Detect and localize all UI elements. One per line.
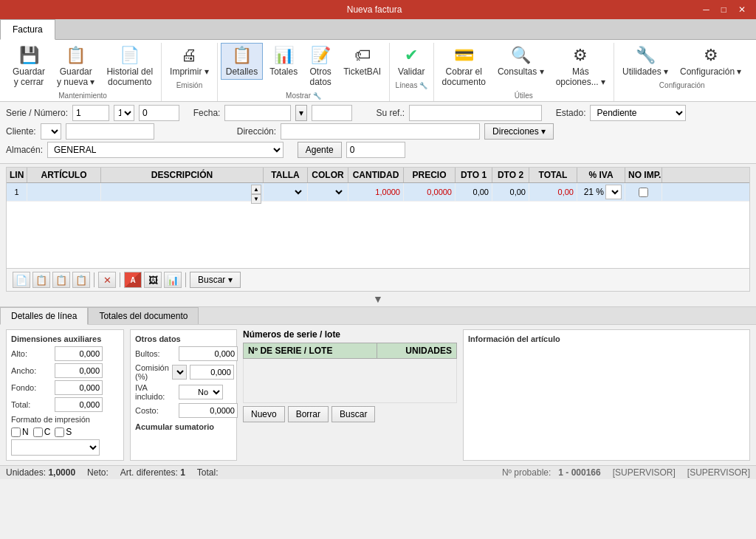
series-col1-header: Nº DE SERIE / LOTE <box>244 343 377 359</box>
noimp-checkbox[interactable] <box>639 188 648 197</box>
suref-input[interactable] <box>409 105 542 121</box>
articulo-input[interactable] <box>30 188 100 196</box>
estado-select[interactable]: Pendiente <box>590 105 686 121</box>
ancho-input[interactable] <box>55 363 103 378</box>
series-borrar-button[interactable]: Borrar <box>288 406 329 422</box>
maximize-button[interactable]: □ <box>717 3 731 16</box>
title-bar: Nueva factura ─ □ ✕ <box>0 0 756 19</box>
agente-input[interactable] <box>346 142 405 158</box>
header-noimp: NO IMP. <box>625 168 662 182</box>
fecha-input[interactable] <box>224 105 291 121</box>
cell-dto2: 0,00 <box>492 183 529 201</box>
series-buscar-button[interactable]: Buscar <box>331 406 375 422</box>
consultas-button[interactable]: 🔍 Consultas ▾ <box>492 43 549 80</box>
buscar-label: Buscar <box>198 275 225 285</box>
guardar-cerrar-button[interactable]: 💾 Guardary cerrar <box>7 43 50 90</box>
series-buttons: Nuevo Borrar Buscar <box>243 406 457 422</box>
tab-totales-documento[interactable]: Totales del documento <box>88 307 199 324</box>
cell-noimp[interactable] <box>625 183 662 201</box>
serie-dropdown[interactable]: 1 <box>114 105 134 121</box>
otros-datos-button[interactable]: 📝 Otrosdatos <box>304 43 337 90</box>
delete-line-icon[interactable]: ✕ <box>98 272 116 288</box>
costo-input[interactable] <box>179 403 238 418</box>
imprimir-button[interactable]: 🖨 Imprimir ▾ <box>165 43 214 80</box>
total-dim-input[interactable] <box>55 397 103 412</box>
iva-select[interactable]: ▾ <box>605 185 622 199</box>
chart-icon[interactable]: 📊 <box>164 272 182 288</box>
desc-up-button[interactable]: ▲ <box>251 185 261 194</box>
cell-talla[interactable] <box>264 183 308 201</box>
direccion-input[interactable] <box>281 123 480 140</box>
cell-lin: 1 <box>7 183 27 201</box>
tab-factura[interactable]: Factura <box>0 19 55 40</box>
probable-label: Nº probable: <box>502 467 551 478</box>
minimize-button[interactable]: ─ <box>698 3 714 16</box>
info-articulo-title: Información del artículo <box>468 334 745 343</box>
serie-input[interactable] <box>72 105 109 121</box>
agente-button[interactable]: Agente <box>298 142 342 158</box>
cell-articulo[interactable] <box>27 183 101 201</box>
dimensiones-section: Dimensiones auxiliares Alto: Ancho: Fond… <box>6 329 124 461</box>
bultos-row: Bultos: <box>135 346 232 361</box>
cell-descripcion[interactable]: ▲ ▼ <box>101 183 264 201</box>
validar-button[interactable]: ✔ Validar <box>393 43 430 80</box>
desc-down-button[interactable]: ▼ <box>251 194 261 204</box>
mas-opciones-button[interactable]: ⚙ Másopciones... ▾ <box>551 43 611 90</box>
totales-button[interactable]: 📊 Totales <box>264 43 303 80</box>
cliente-input[interactable] <box>66 123 154 140</box>
form-area: Serie / Número: 1 Fecha: ▾ Su ref.: Esta… <box>0 102 756 164</box>
status-right: Nº probable: 1 - 000166 [SUPERVISOR] [SU… <box>502 467 750 478</box>
fecha-alt-input[interactable] <box>312 105 352 121</box>
formato-select[interactable] <box>11 439 100 456</box>
ticketbai-button[interactable]: 🏷 TicketBAI <box>338 43 386 80</box>
close-button[interactable]: ✕ <box>734 3 750 16</box>
table-row[interactable]: 1 ▲ ▼ 1,0000 0,0000 0,00 0,00 0,00 21 % … <box>7 183 749 202</box>
copy-line-icon[interactable]: 📋 <box>32 272 50 288</box>
cell-color[interactable] <box>308 183 348 201</box>
header-lin: LIN <box>7 168 27 182</box>
almacen-select[interactable]: GENERAL <box>47 142 284 158</box>
image-icon[interactable]: 🖼 <box>144 272 162 288</box>
estado-label: Estado: <box>556 108 586 118</box>
utilidades-button[interactable]: 🔧 Utilidades ▾ <box>617 43 673 80</box>
direcciones-button[interactable]: Direcciones ▾ <box>484 123 554 140</box>
cliente-type-select[interactable] <box>41 123 61 140</box>
fondo-input[interactable] <box>55 380 103 395</box>
comision-input[interactable] <box>190 365 234 380</box>
alto-input[interactable] <box>55 346 103 361</box>
comision-type-select[interactable]: ▾ <box>172 365 187 380</box>
series-nuevo-button[interactable]: Nuevo <box>243 406 285 422</box>
color-select[interactable] <box>311 188 345 197</box>
neto-label: Neto: <box>87 467 109 478</box>
format-n-checkbox[interactable] <box>11 428 21 437</box>
iva-incluido-row: IVA incluido: No Sí <box>135 383 232 401</box>
format-s-checkbox[interactable] <box>55 428 64 437</box>
numero-input[interactable] <box>139 105 179 121</box>
tab-detalles-linea[interactable]: Detalles de línea <box>0 307 88 325</box>
paste-line-icon[interactable]: 📋 <box>52 272 70 288</box>
guardar-cerrar-label: Guardary cerrar <box>13 66 45 87</box>
ribbon-group-mantenimiento: 💾 Guardary cerrar 📋 Guardary nueva ▾ 📄 H… <box>4 43 162 101</box>
expand-arrow[interactable]: ▼ <box>0 292 756 306</box>
buscar-button[interactable]: Buscar ▾ <box>190 272 241 288</box>
guardar-nueva-button[interactable]: 📋 Guardary nueva ▾ <box>52 43 100 90</box>
iva-incluido-select[interactable]: No Sí <box>179 385 223 399</box>
cobrar-button[interactable]: 💳 Cobrar eldocumento <box>437 43 491 90</box>
header-iva: % IVA <box>577 168 625 182</box>
configuracion-button[interactable]: ⚙ Configuración ▾ <box>675 43 746 80</box>
utilidades-label: Utilidades ▾ <box>622 66 668 77</box>
header-descripcion: DESCRIPCIÓN <box>101 168 264 182</box>
bultos-input[interactable] <box>179 346 238 361</box>
duplicate-line-icon[interactable]: 📋 <box>72 272 90 288</box>
detalles-button[interactable]: 📋 Detalles <box>221 43 263 80</box>
color1-icon[interactable]: A <box>124 272 142 288</box>
consultas-icon: 🔍 <box>511 46 531 65</box>
cell-iva[interactable]: 21 % ▾ <box>577 183 625 201</box>
format-c-checkbox[interactable] <box>33 428 43 437</box>
fecha-picker-button[interactable]: ▾ <box>295 105 307 121</box>
ancho-row: Ancho: <box>11 363 119 378</box>
descripcion-input[interactable] <box>104 188 252 196</box>
new-line-icon[interactable]: 📄 <box>13 272 30 288</box>
talla-select[interactable] <box>267 188 304 197</box>
historial-button[interactable]: 📄 Historial deldocumento <box>101 43 158 90</box>
